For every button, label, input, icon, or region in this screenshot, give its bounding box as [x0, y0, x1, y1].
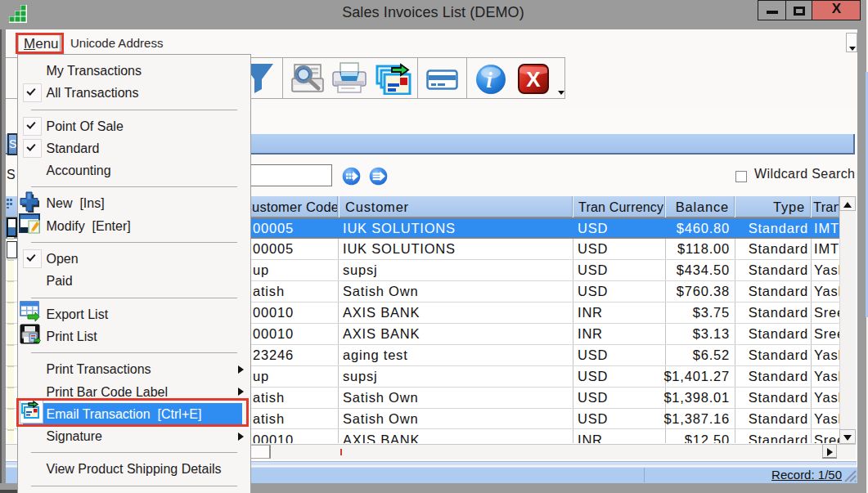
svg-text:i: i: [486, 68, 492, 92]
svg-text:X: X: [526, 67, 541, 92]
